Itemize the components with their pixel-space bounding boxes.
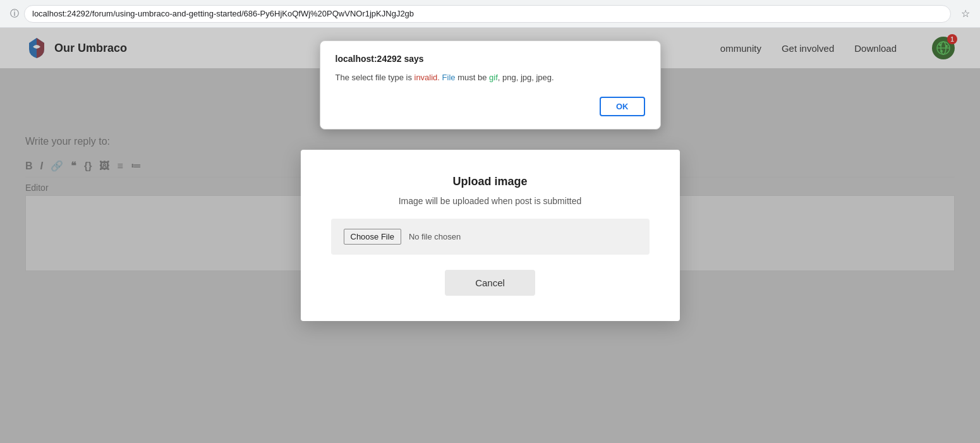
alert-ok-row: OK [336, 97, 645, 116]
url-text: localhost:24292/forum/using-umbraco-and-… [32, 9, 414, 18]
alert-overlay: localhost:24292 says The select file typ… [0, 28, 980, 443]
bookmark-icon[interactable]: ☆ [961, 8, 970, 20]
alert-message-prefix: The select file type is [336, 73, 414, 82]
browser-bar: ⓘ localhost:24292/forum/using-umbraco-an… [0, 0, 980, 28]
alert-message-rest: , png, jpg, jpeg. [498, 73, 554, 82]
alert-dialog: localhost:24292 says The select file typ… [320, 40, 661, 130]
alert-message-must: must be [456, 73, 489, 82]
alert-message-file: File [442, 73, 456, 82]
alert-message: The select file type is invalid. File mu… [336, 71, 645, 84]
info-icon[interactable]: ⓘ [10, 8, 19, 20]
alert-message-invalid: invalid. [414, 73, 440, 82]
alert-ok-button[interactable]: OK [600, 97, 645, 116]
alert-title: localhost:24292 says [336, 54, 645, 64]
address-bar[interactable]: localhost:24292/forum/using-umbraco-and-… [24, 5, 951, 23]
alert-message-gif: gif [489, 73, 498, 82]
